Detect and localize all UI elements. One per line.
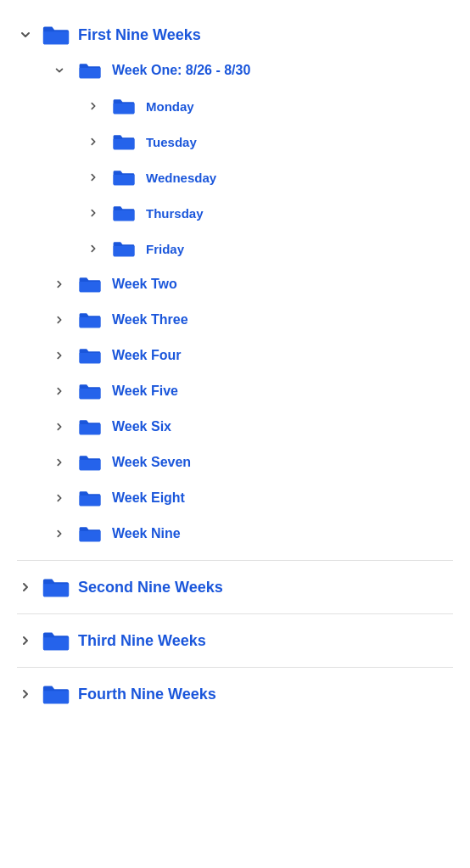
folder-icon xyxy=(75,272,105,297)
chevron-right-icon xyxy=(51,525,68,542)
folder-icon xyxy=(75,414,105,440)
chevron-right-icon xyxy=(85,204,102,221)
tree-item-week-two[interactable]: Week Two xyxy=(8,266,462,302)
folder-icon xyxy=(75,485,105,511)
folder-icon xyxy=(41,681,71,707)
folder-icon xyxy=(41,628,71,653)
chevron-right-icon xyxy=(51,347,68,364)
tree-item-fourth-nine-weeks[interactable]: Fourth Nine Weeks xyxy=(8,676,462,712)
chevron-right-icon xyxy=(51,418,68,435)
tree-item-week-nine[interactable]: Week Nine xyxy=(8,516,462,552)
tree-item-week-six[interactable]: Week Six xyxy=(8,409,462,445)
folder-icon xyxy=(41,574,71,600)
chevron-right-icon xyxy=(17,686,34,703)
week-eight-label: Week Eight xyxy=(112,490,185,506)
thursday-label: Thursday xyxy=(146,206,204,221)
folder-icon xyxy=(109,165,139,190)
first-nine-weeks-label: First Nine Weeks xyxy=(78,26,201,44)
third-nine-weeks-label: Third Nine Weeks xyxy=(78,632,206,650)
folder-icon xyxy=(75,378,105,404)
chevron-right-icon xyxy=(51,311,68,328)
chevron-right-icon xyxy=(85,98,102,115)
tree-item-week-one[interactable]: Week One: 8/26 - 8/30 xyxy=(8,53,462,88)
chevron-right-icon xyxy=(51,383,68,400)
folder-icon xyxy=(41,22,71,48)
folder-icon xyxy=(109,200,139,226)
section-divider-3 xyxy=(17,667,453,668)
folder-icon xyxy=(75,450,105,475)
folder-icon xyxy=(75,343,105,368)
folder-icon xyxy=(109,129,139,154)
folder-icon xyxy=(109,93,139,119)
chevron-right-icon xyxy=(51,276,68,293)
wednesday-label: Wednesday xyxy=(146,171,216,185)
week-four-label: Week Four xyxy=(112,348,182,363)
file-tree: First Nine Weeks Week One: 8/26 - 8/30 xyxy=(8,17,462,712)
friday-label: Friday xyxy=(146,242,184,256)
folder-icon xyxy=(75,521,105,546)
fourth-nine-weeks-label: Fourth Nine Weeks xyxy=(78,686,216,703)
folder-icon xyxy=(75,307,105,333)
first-nine-weeks-children: Week One: 8/26 - 8/30 Monday xyxy=(8,53,462,552)
chevron-right-icon xyxy=(85,240,102,257)
chevron-right-icon xyxy=(51,490,68,507)
week-five-label: Week Five xyxy=(112,384,178,399)
week-three-label: Week Three xyxy=(112,312,188,328)
tree-item-third-nine-weeks[interactable]: Third Nine Weeks xyxy=(8,623,462,658)
chevron-right-icon xyxy=(51,454,68,471)
chevron-down-icon xyxy=(17,26,34,43)
week-one-label: Week One: 8/26 - 8/30 xyxy=(112,63,250,78)
tree-item-week-three[interactable]: Week Three xyxy=(8,302,462,338)
week-two-label: Week Two xyxy=(112,277,177,292)
tree-item-tuesday[interactable]: Tuesday xyxy=(8,124,462,160)
chevron-right-icon xyxy=(17,632,34,649)
tree-item-week-four[interactable]: Week Four xyxy=(8,338,462,373)
chevron-right-icon xyxy=(85,133,102,150)
chevron-right-icon xyxy=(17,579,34,596)
folder-icon xyxy=(75,58,105,83)
tree-item-wednesday[interactable]: Wednesday xyxy=(8,160,462,195)
week-six-label: Week Six xyxy=(112,419,171,434)
week-one-children: Monday Tuesday xyxy=(8,88,462,266)
tree-item-second-nine-weeks[interactable]: Second Nine Weeks xyxy=(8,569,462,605)
chevron-down-icon xyxy=(51,62,68,79)
tree-item-week-eight[interactable]: Week Eight xyxy=(8,480,462,516)
chevron-right-icon xyxy=(85,169,102,186)
tree-item-first-nine-weeks[interactable]: First Nine Weeks xyxy=(8,17,462,53)
week-seven-label: Week Seven xyxy=(112,455,191,470)
tuesday-label: Tuesday xyxy=(146,135,197,149)
tree-item-monday[interactable]: Monday xyxy=(8,88,462,124)
tree-item-week-five[interactable]: Week Five xyxy=(8,373,462,409)
tree-item-friday[interactable]: Friday xyxy=(8,231,462,266)
tree-item-week-seven[interactable]: Week Seven xyxy=(8,445,462,480)
week-nine-label: Week Nine xyxy=(112,526,181,541)
folder-icon xyxy=(109,236,139,261)
section-divider-2 xyxy=(17,613,453,614)
section-divider-1 xyxy=(17,560,453,561)
second-nine-weeks-label: Second Nine Weeks xyxy=(78,579,223,596)
tree-item-thursday[interactable]: Thursday xyxy=(8,195,462,231)
monday-label: Monday xyxy=(146,99,194,114)
